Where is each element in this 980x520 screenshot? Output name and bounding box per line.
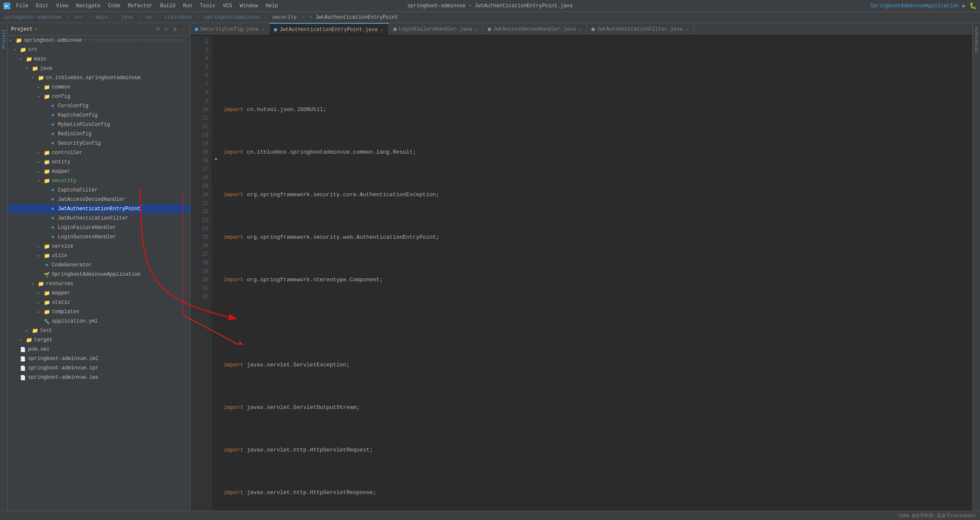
tree-item[interactable]: ▸ ● CaptchaFilter xyxy=(8,186,190,195)
menu-view[interactable]: View xyxy=(53,2,72,10)
tree-item[interactable]: ▾ 📁 config xyxy=(8,92,190,101)
tree-item[interactable]: ▾ 📁 java xyxy=(8,64,190,73)
menu-vcs[interactable]: VCS xyxy=(219,2,236,10)
tree-label: CaptchaFilter xyxy=(58,187,98,193)
tab-securityconfig[interactable]: SecurityConfig.java ✕ xyxy=(190,23,270,36)
tree-item[interactable]: ▸ 📁 target xyxy=(8,335,190,345)
arrow-icon: ▾ xyxy=(20,57,26,62)
tree-label: config xyxy=(52,94,70,100)
breadcrumb-text: springboot-adminvue › src › main › java … xyxy=(3,14,398,20)
tab-close-btn[interactable]: ✕ xyxy=(578,26,582,33)
menu-help[interactable]: Help xyxy=(262,2,281,10)
folder-icon: 📁 xyxy=(43,84,50,91)
tree-item[interactable]: ▸ ● JwtAccessDeniedHandler xyxy=(8,195,190,204)
arrow-icon: ▸ xyxy=(37,160,43,165)
tree-item[interactable]: ▸ 📁 service xyxy=(8,242,190,251)
folder-icon: 📁 xyxy=(43,149,50,156)
tree-item[interactable]: ▸ ● LoginSuccessHandler xyxy=(8,232,190,242)
tree-label: static xyxy=(52,300,70,306)
tab-file-icon xyxy=(274,28,277,31)
tree-item[interactable]: ▸ 📁 utils xyxy=(8,251,190,260)
tree-item[interactable]: ▸ 📁 controller xyxy=(8,148,190,157)
tree-item[interactable]: ▸ 🔧 application.yml xyxy=(8,317,190,326)
tree-label: mapper xyxy=(52,169,70,174)
tab-jwtauthfilter[interactable]: JwtAuthenticationFilter.java ✕ xyxy=(587,23,694,36)
tree-item[interactable]: ▸ 📁 mapper xyxy=(8,167,190,176)
tab-jwtaccessdenied[interactable]: JwtAccessDeniedHandler.java ✕ xyxy=(483,23,587,36)
menu-bar[interactable]: File Edit View Navigate Code Refactor Bu… xyxy=(13,2,281,10)
code-content[interactable]: import cn.hutool.json.JSONUtil; import c… xyxy=(220,36,972,520)
tree-label: security xyxy=(52,178,77,184)
menu-edit[interactable]: Edit xyxy=(33,2,52,10)
tree-item[interactable]: ▸ 📁 templates xyxy=(8,307,190,317)
tree-item[interactable]: ▸ ● SecurityConfig xyxy=(8,139,190,148)
tab-jwtauthentication[interactable]: JwtAuthenticationEntryPoint.java ✕ xyxy=(270,23,389,36)
tree-item[interactable]: ▸ 📁 static xyxy=(8,298,190,307)
sidebar-dropdown[interactable]: ▾ xyxy=(34,26,37,32)
tree-item[interactable]: ▾ 📁 cn.itbluebox.springbootadminvue xyxy=(8,73,190,83)
tab-close-btn[interactable]: ✕ xyxy=(685,26,690,33)
java-class-icon: ● xyxy=(49,121,56,128)
tree-item[interactable]: ▸ 📄 springboot-adminvue.ipr xyxy=(8,363,190,373)
arrow-icon: ▸ xyxy=(20,337,26,343)
tree-item[interactable]: ▾ 📁 resources xyxy=(8,279,190,289)
profile-selector[interactable]: SpringbootAdminvueApplication xyxy=(870,3,959,9)
tree-item[interactable]: ▸ 📄 springboot-adminvue.iws xyxy=(8,373,190,382)
tree-item[interactable]: ▸ ● CodeGenerator xyxy=(8,260,190,270)
debug-button[interactable]: 🐛 xyxy=(969,2,977,9)
tree-item[interactable]: ▸ 📄 springboot-adminvue.iml xyxy=(8,354,190,363)
menu-build[interactable]: Build xyxy=(156,2,179,10)
menu-code[interactable]: Code xyxy=(105,2,124,10)
structure-label[interactable]: Structure xyxy=(974,27,979,52)
main-layout: Project Project ▾ ⟳ ≡ ⚙ — ▾ 📁 springboot… xyxy=(0,23,980,520)
tab-close-btn[interactable]: ✕ xyxy=(380,27,384,33)
tree-item[interactable]: ▸ 📁 mapper xyxy=(8,289,190,298)
tree-label: CorsConfig xyxy=(58,103,88,109)
tree-item[interactable]: ▸ ● JwtAuthenticationFilter xyxy=(8,214,190,223)
tree-item[interactable]: ▸ 📄 pom.xml xyxy=(8,345,190,354)
tree-item[interactable]: ▸ ● LoginFailureHandler xyxy=(8,223,190,232)
tree-item[interactable]: ▾ 📁 security xyxy=(8,176,190,186)
menu-refactor[interactable]: Refactor xyxy=(125,2,156,10)
tree-label: utils xyxy=(52,253,67,259)
tree-item[interactable]: ▾ 📁 src xyxy=(8,45,190,54)
code-line-9: import javax.servlet.ServletException; xyxy=(224,361,969,369)
tree-item[interactable]: ▸ 🌱 SpringbootAdminvueApplication xyxy=(8,270,190,279)
tab-loginfailure[interactable]: LoginFailureHandler.java ✕ xyxy=(389,23,483,36)
close-panel-btn[interactable]: — xyxy=(180,26,187,33)
menu-run[interactable]: Run xyxy=(179,2,196,10)
tree-item[interactable]: ▸ 📁 entity xyxy=(8,157,190,167)
folder-icon: 📁 xyxy=(43,243,50,250)
menu-tools[interactable]: Tools xyxy=(196,2,219,10)
tab-close-btn[interactable]: ✕ xyxy=(474,26,479,33)
menu-navigate[interactable]: Navigate xyxy=(72,2,104,10)
tree-item[interactable]: ▸ ● RedisConfig xyxy=(8,129,190,139)
tree-item[interactable]: ▸ 📁 test xyxy=(8,326,190,335)
run-button[interactable]: ▶ xyxy=(963,2,966,9)
tree-item[interactable]: ▸ ● CorsConfig xyxy=(8,101,190,111)
sync-btn[interactable]: ⟳ xyxy=(154,26,161,33)
menu-file[interactable]: File xyxy=(13,2,32,10)
code-line-10: import javax.servlet.ServletOutputStream… xyxy=(224,403,969,412)
settings-btn[interactable]: ⚙ xyxy=(171,26,178,33)
tab-close-btn[interactable]: ✕ xyxy=(261,26,265,33)
gutter-override-icon[interactable]: ↑ xyxy=(212,174,220,182)
tree-item[interactable]: ▸ ● MybatisPlusConfig xyxy=(8,120,190,129)
line-numbers: 2 3 4 5 6 7 8 9 10 11 12 13 14 15 16 17 … xyxy=(190,36,212,520)
folder-icon: 📁 xyxy=(43,177,50,184)
tree-item-selected[interactable]: ▸ ● JwtAuthenticationEntryPoint xyxy=(8,204,190,214)
menu-window[interactable]: Window xyxy=(236,2,261,10)
gutter-run-icon[interactable]: ● xyxy=(212,157,220,165)
folder-icon: 📁 xyxy=(31,65,38,72)
tree-item[interactable]: ▸ ● KaptchaConfig xyxy=(8,111,190,120)
structure-panel[interactable]: Structure xyxy=(972,23,980,520)
title-bar-right: SpringbootAdminvueApplication ▶ 🐛 xyxy=(870,2,977,9)
project-tab-vert[interactable]: Project xyxy=(0,26,7,51)
code-editor[interactable]: 2 3 4 5 6 7 8 9 10 11 12 13 14 15 16 17 … xyxy=(190,36,972,520)
tree-item[interactable]: ▾ 📁 springboot-adminvue D:\ProgramWorkSp… xyxy=(8,36,190,45)
tree-item[interactable]: ▸ 📁 common xyxy=(8,83,190,92)
tree-label: pom.xml xyxy=(28,346,49,352)
collapse-btn[interactable]: ≡ xyxy=(163,26,170,33)
tree-item[interactable]: ▾ 📁 main xyxy=(8,54,190,64)
arrow-icon: ▸ xyxy=(37,253,43,258)
